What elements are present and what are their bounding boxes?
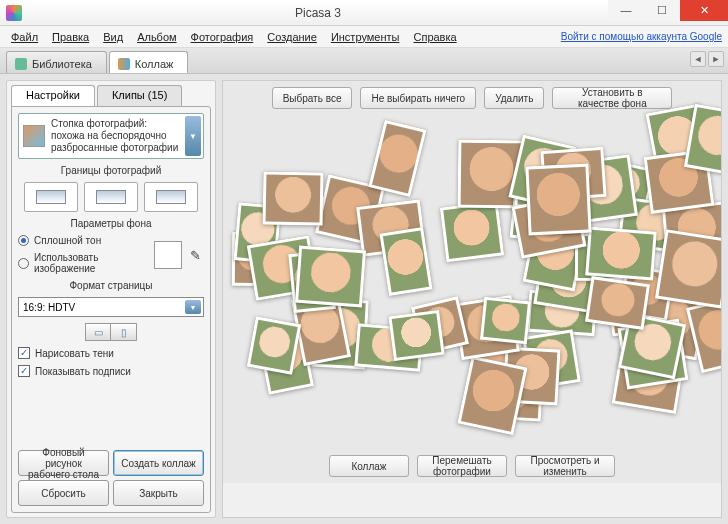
wallpaper-button[interactable]: Фоновый рисунок рабочего стола <box>18 450 109 476</box>
window-controls: — ☐ ✕ <box>608 0 728 25</box>
tab-label: Коллаж <box>135 58 174 70</box>
radio-image-label: Использовать изображение <box>34 252 146 274</box>
reset-button[interactable]: Сбросить <box>18 480 109 506</box>
titlebar: Picasa 3 — ☐ ✕ <box>0 0 728 26</box>
close-panel-button[interactable]: Закрыть <box>113 480 204 506</box>
menubar: Файл Правка Вид Альбом Фотография Создан… <box>0 26 728 48</box>
select-all-button[interactable]: Выбрать все <box>272 87 353 109</box>
create-collage-button[interactable]: Создать коллаж <box>113 450 204 476</box>
collage-photo[interactable] <box>368 120 426 197</box>
collage-photo[interactable] <box>458 356 528 435</box>
tab-scroll: ◄ ► <box>690 51 724 67</box>
sidebar: Настройки Клипы (15) Стопка фотографий: … <box>6 80 216 518</box>
collage-area[interactable] <box>233 115 711 449</box>
tabbar: Библиотека Коллаж ◄ ► <box>0 48 728 74</box>
side-tabs: Настройки Клипы (15) <box>11 85 211 107</box>
menu-album[interactable]: Альбом <box>130 29 183 45</box>
maximize-button[interactable]: ☐ <box>644 0 680 21</box>
layout-style-select[interactable]: Стопка фотографий: похожа на беспорядочн… <box>18 113 204 159</box>
bg-color-swatch[interactable] <box>154 241 182 269</box>
collage-button[interactable]: Коллаж <box>329 455 409 477</box>
menu-file[interactable]: Файл <box>4 29 45 45</box>
menu-tools[interactable]: Инструменты <box>324 29 407 45</box>
workspace: Настройки Клипы (15) Стопка фотографий: … <box>0 74 728 524</box>
app-icon <box>6 5 22 21</box>
status-area <box>223 483 721 517</box>
set-bg-button[interactable]: Установить в качестве фона <box>552 87 672 109</box>
check-captions-row: ✓ Показывать подписи <box>18 365 204 377</box>
radio-solid[interactable] <box>18 235 29 246</box>
tab-library[interactable]: Библиотека <box>6 51 107 73</box>
orientation-landscape[interactable]: ▭ <box>85 323 111 341</box>
section-background-title: Параметры фона <box>18 218 204 229</box>
orientation-row: ▭ ▯ <box>18 323 204 341</box>
collage-photo[interactable] <box>655 229 722 309</box>
check-shadows[interactable]: ✓ <box>18 347 30 359</box>
layout-style-text: Стопка фотографий: похожа на беспорядочн… <box>51 118 183 154</box>
tab-collage[interactable]: Коллаж <box>109 51 189 73</box>
check-captions-label: Показывать подписи <box>35 366 131 377</box>
shuffle-button[interactable]: Перемешать фотографии <box>417 455 507 477</box>
section-format-title: Формат страницы <box>18 280 204 291</box>
signin-link[interactable]: Войти с помощью аккаунта Google <box>561 31 722 42</box>
section-borders-title: Границы фотографий <box>18 165 204 176</box>
layout-thumb-icon <box>23 125 45 147</box>
canvas: Выбрать все Не выбирать ничего Удалить У… <box>222 80 722 518</box>
minimize-button[interactable]: — <box>608 0 644 21</box>
preview-button[interactable]: Просмотреть и изменить <box>515 455 615 477</box>
collage-photo[interactable] <box>585 276 650 330</box>
side-tab-clips[interactable]: Клипы (15) <box>97 85 182 107</box>
menu-help[interactable]: Справка <box>406 29 463 45</box>
menu-edit[interactable]: Правка <box>45 29 96 45</box>
collage-photo[interactable] <box>247 316 302 374</box>
border-option-3[interactable] <box>144 182 198 212</box>
format-value: 16:9: HDTV <box>23 302 75 313</box>
format-select[interactable]: 16:9: HDTV <box>18 297 204 317</box>
orientation-portrait[interactable]: ▯ <box>111 323 137 341</box>
collage-photo[interactable] <box>295 245 366 307</box>
top-actions: Выбрать все Не выбирать ничего Удалить У… <box>223 81 721 115</box>
collage-photo[interactable] <box>480 297 531 345</box>
radio-solid-label: Сплошной тон <box>34 235 146 246</box>
side-body: Стопка фотографий: похожа на беспорядочн… <box>11 106 211 513</box>
side-tab-settings[interactable]: Настройки <box>11 85 95 107</box>
collage-photo[interactable] <box>388 310 444 361</box>
collage-photo[interactable] <box>525 164 591 236</box>
eyedropper-icon[interactable]: ✎ <box>190 248 204 262</box>
border-option-2[interactable] <box>84 182 138 212</box>
delete-button[interactable]: Удалить <box>484 87 544 109</box>
check-shadows-label: Нарисовать тени <box>35 348 114 359</box>
border-options <box>18 182 204 212</box>
check-shadows-row: ✓ Нарисовать тени <box>18 347 204 359</box>
menu-photo[interactable]: Фотография <box>184 29 261 45</box>
collage-icon <box>118 58 130 70</box>
collage-photo[interactable] <box>585 227 656 281</box>
side-buttons: Фоновый рисунок рабочего стола Создать к… <box>18 450 204 506</box>
tab-label: Библиотека <box>32 58 92 70</box>
library-icon <box>15 58 27 70</box>
tab-scroll-left[interactable]: ◄ <box>690 51 706 67</box>
window-title: Picasa 3 <box>28 6 608 20</box>
tab-scroll-right[interactable]: ► <box>708 51 724 67</box>
select-none-button[interactable]: Не выбирать ничего <box>360 87 476 109</box>
chevron-down-icon[interactable]: ▼ <box>185 116 201 156</box>
collage-photo[interactable] <box>263 171 324 225</box>
bottom-actions: Коллаж Перемешать фотографии Просмотреть… <box>223 449 721 483</box>
menu-create[interactable]: Создание <box>260 29 324 45</box>
radio-image[interactable] <box>18 258 29 269</box>
collage-photo[interactable] <box>380 227 433 296</box>
collage-photo[interactable] <box>440 201 504 262</box>
check-captions[interactable]: ✓ <box>18 365 30 377</box>
close-button[interactable]: ✕ <box>680 0 728 21</box>
menu-view[interactable]: Вид <box>96 29 130 45</box>
border-option-1[interactable] <box>24 182 78 212</box>
bg-solid-row: Сплошной тон Использовать изображение ✎ <box>18 235 204 274</box>
